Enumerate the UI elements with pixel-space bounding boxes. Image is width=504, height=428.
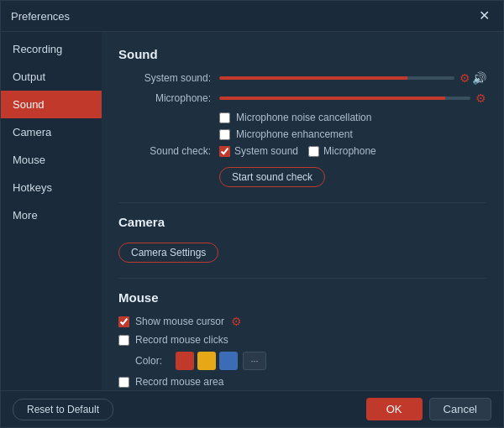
enhancement-row: Microphone enhancement bbox=[219, 128, 486, 140]
content-area: Sound System sound: ⚙ 🔊 Microphone: ⚙ Mi… bbox=[102, 32, 503, 390]
sidebar: Recording Output Sound Camera Mouse Hotk… bbox=[1, 32, 102, 390]
system-sound-check-label: System sound bbox=[234, 145, 298, 157]
record-clicks-row: Record mouse clicks bbox=[118, 334, 486, 346]
sidebar-item-camera[interactable]: Camera bbox=[1, 118, 102, 146]
system-sound-slider[interactable] bbox=[219, 76, 454, 80]
sound-check-items: System sound Microphone bbox=[219, 145, 376, 157]
microphone-label: Microphone: bbox=[118, 92, 211, 104]
noise-cancellation-label: Microphone noise cancellation bbox=[236, 112, 371, 123]
sidebar-item-hotkeys[interactable]: Hotkeys bbox=[1, 174, 102, 201]
bottom-right-buttons: OK Cancel bbox=[366, 398, 491, 420]
show-cursor-checkbox[interactable] bbox=[118, 316, 129, 327]
color-swatch-red-1[interactable] bbox=[176, 352, 194, 370]
color-label-1: Color: bbox=[135, 355, 169, 367]
cursor-gear-icon[interactable]: ⚙ bbox=[231, 315, 242, 328]
sidebar-item-mouse[interactable]: Mouse bbox=[1, 146, 102, 174]
title-bar: Preferences ✕ bbox=[1, 1, 503, 32]
sound-check-label: Sound check: bbox=[118, 145, 211, 157]
noise-cancellation-row: Microphone noise cancellation bbox=[219, 112, 486, 123]
color-swatch-yellow-1[interactable] bbox=[197, 352, 216, 370]
system-sound-slider-container bbox=[219, 76, 454, 80]
sidebar-item-sound[interactable]: Sound bbox=[1, 91, 102, 118]
microphone-check-checkbox[interactable] bbox=[308, 146, 319, 157]
system-sound-row: System sound: ⚙ 🔊 bbox=[118, 71, 486, 85]
microphone-gear-icon[interactable]: ⚙ bbox=[475, 91, 486, 105]
show-cursor-label: Show mouse cursor bbox=[135, 316, 224, 327]
record-area-label: Record mouse area bbox=[135, 376, 223, 388]
mouse-divider bbox=[118, 278, 486, 279]
microphone-slider[interactable] bbox=[219, 97, 470, 100]
sidebar-item-more[interactable]: More bbox=[1, 201, 102, 229]
system-sound-check-item: System sound bbox=[219, 145, 298, 157]
record-clicks-checkbox[interactable] bbox=[118, 335, 129, 346]
start-sound-check-button[interactable]: Start sound check bbox=[219, 167, 325, 187]
close-button[interactable]: ✕ bbox=[475, 8, 493, 24]
color-more-button-1[interactable]: ··· bbox=[243, 352, 266, 370]
record-area-checkbox[interactable] bbox=[118, 377, 129, 388]
camera-section-title: Camera bbox=[118, 215, 486, 229]
show-cursor-row: Show mouse cursor ⚙ bbox=[118, 315, 486, 328]
preferences-window: Preferences ✕ Recording Output Sound Cam… bbox=[0, 0, 504, 428]
bottom-bar: Reset to Default OK Cancel bbox=[1, 390, 503, 427]
system-sound-gear-icon[interactable]: ⚙ bbox=[459, 71, 470, 85]
microphone-check-label: Microphone bbox=[323, 145, 376, 157]
sidebar-item-output[interactable]: Output bbox=[1, 63, 102, 91]
sound-check-row: Sound check: System sound Microphone bbox=[118, 145, 486, 157]
reset-to-default-button[interactable]: Reset to Default bbox=[13, 399, 113, 420]
color-swatch-blue-1[interactable] bbox=[219, 352, 238, 370]
sidebar-item-recording[interactable]: Recording bbox=[1, 35, 102, 63]
mouse-section-title: Mouse bbox=[118, 290, 486, 305]
enhancement-label: Microphone enhancement bbox=[236, 128, 353, 140]
cancel-button[interactable]: Cancel bbox=[429, 398, 491, 420]
window-title: Preferences bbox=[11, 10, 70, 23]
record-area-row: Record mouse area bbox=[118, 376, 486, 388]
microphone-slider-container bbox=[219, 97, 470, 100]
system-sound-check-checkbox[interactable] bbox=[219, 146, 230, 157]
ok-button[interactable]: OK bbox=[366, 398, 423, 420]
system-sound-label: System sound: bbox=[118, 72, 211, 84]
enhancement-checkbox[interactable] bbox=[219, 129, 230, 140]
noise-cancellation-checkbox[interactable] bbox=[219, 112, 230, 123]
main-layout: Recording Output Sound Camera Mouse Hotk… bbox=[1, 32, 503, 390]
camera-settings-button[interactable]: Camera Settings bbox=[118, 243, 218, 263]
record-clicks-label: Record mouse clicks bbox=[135, 334, 228, 346]
sound-section-title: Sound bbox=[118, 47, 486, 61]
color-row-1: Color: ··· bbox=[135, 352, 486, 370]
camera-divider bbox=[118, 202, 486, 203]
microphone-check-item: Microphone bbox=[308, 145, 376, 157]
microphone-row: Microphone: ⚙ bbox=[118, 91, 486, 105]
speaker-icon: 🔊 bbox=[472, 71, 486, 85]
